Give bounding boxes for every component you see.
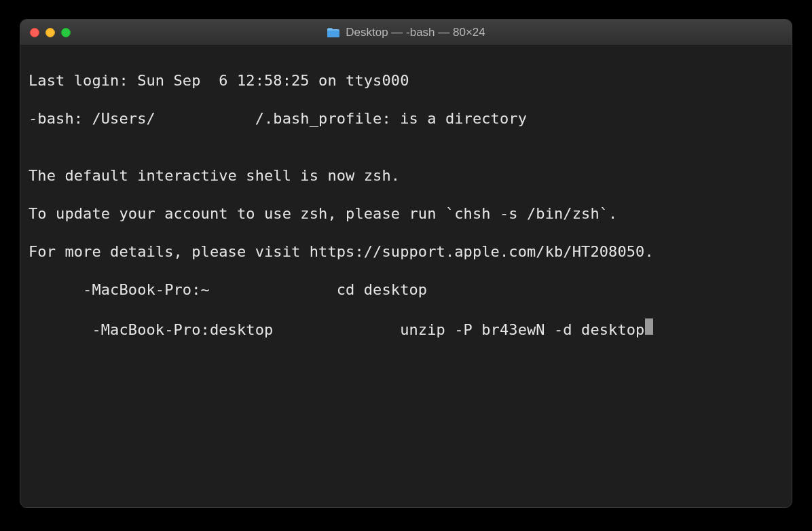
terminal-line-current: -MacBook-Pro:desktop unzip -P br43ewN -d… (29, 318, 783, 340)
terminal-line: For more details, please visit https://s… (29, 242, 783, 261)
terminal-line: -MacBook-Pro:~ cd desktop (29, 280, 783, 299)
title-folder: Desktop (346, 26, 388, 39)
terminal-prompt-text: -MacBook-Pro:desktop unzip -P br43ewN -d… (29, 321, 644, 340)
terminal-line: -bash: /Users/ /.bash_profile: is a dire… (29, 109, 783, 128)
minimize-button[interactable] (45, 28, 55, 37)
terminal-line: To update your account to use zsh, pleas… (29, 204, 783, 223)
terminal-line: The default interactive shell is now zsh… (29, 166, 783, 185)
title-size: 80×24 (453, 26, 485, 39)
title-proc: -bash (406, 26, 435, 39)
terminal-cursor (645, 318, 653, 335)
terminal-body[interactable]: Last login: Sun Sep 6 12:58:25 on ttys00… (20, 45, 792, 507)
folder-icon (327, 27, 340, 38)
title-sep1: — (388, 26, 406, 39)
traffic-lights (20, 28, 71, 37)
terminal-window: Desktop — -bash — 80×24 Last login: Sun … (20, 19, 792, 508)
title-text: Desktop — -bash — 80×24 (346, 26, 485, 39)
close-button[interactable] (30, 28, 39, 37)
title-sep2: — (435, 26, 453, 39)
window-title: Desktop — -bash — 80×24 (20, 26, 792, 39)
titlebar[interactable]: Desktop — -bash — 80×24 (20, 20, 792, 45)
terminal-line: Last login: Sun Sep 6 12:58:25 on ttys00… (29, 71, 783, 90)
maximize-button[interactable] (61, 28, 71, 37)
